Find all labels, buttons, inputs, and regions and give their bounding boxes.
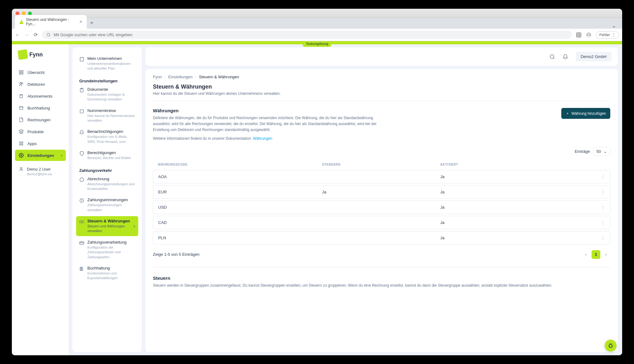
apps-icon [19, 141, 24, 146]
user-email: demo2@fynn.eu [27, 172, 62, 176]
minimize-window-btn[interactable] [22, 12, 26, 15]
svg-rect-6 [19, 70, 21, 72]
section-title-currencies: Währungen [153, 108, 390, 113]
cube-icon [19, 129, 24, 134]
nav-settings[interactable]: Einstellungen › [15, 150, 66, 161]
subnav-payment-processing[interactable]: Zahlungsverarbeitung Konfiguration der Z… [76, 237, 138, 262]
tabs-dropdown-icon[interactable]: ⌄ [609, 23, 619, 29]
url-input[interactable]: Mit Google suchen oder eine URL eingeben [42, 31, 572, 39]
subnav-title: Buchhaltung [87, 266, 135, 270]
subnav-reminders[interactable]: Zahlungserinnerungen Zahlungserinnerunge… [76, 195, 138, 215]
page-prev-icon[interactable]: ‹ [582, 250, 590, 259]
subnav-desc: Konfiguration von E-Mails, SMS, Post-Ver… [87, 134, 135, 144]
subnav-permissions[interactable]: Berechtigungen Benutzer, Rechte und Roll… [76, 148, 138, 163]
close-window-btn[interactable] [16, 12, 19, 15]
nav-invoices[interactable]: Rechnungen [15, 114, 66, 125]
cell-standard [317, 231, 435, 245]
svg-rect-14 [20, 142, 21, 143]
logo-mark [17, 49, 28, 60]
browser-tabs-bar: Steuern und Währungen - Fyn... ✕ ＋ ⌄ [12, 18, 622, 29]
bug-report-button[interactable] [605, 340, 617, 352]
svg-rect-17 [22, 144, 23, 145]
nav-back-icon[interactable]: ← [15, 32, 20, 38]
section-label: Grundeinstellungen [76, 76, 138, 85]
subnav-title: Mein Unternehmen [87, 56, 135, 61]
plus-icon: ＋ [566, 111, 569, 116]
app-logo[interactable]: Fynn [18, 50, 63, 59]
subnav-company[interactable]: Mein Unternehmen Unternehmensinformation… [76, 54, 138, 74]
row-menu-icon[interactable]: ⋮ [601, 235, 605, 240]
svg-rect-28 [80, 221, 84, 223]
svg-point-10 [20, 82, 21, 84]
tab-title: Steuern und Währungen - Fyn... [26, 17, 77, 26]
nav-debtors[interactable]: Debitoren [15, 79, 66, 90]
sidebar-primary: Fynn Übersicht Debitoren Abonnements [12, 44, 69, 355]
sidebar-secondary: Mein Unternehmen Unternehmensinformation… [72, 47, 142, 352]
user-block[interactable]: Demo 2 User demo2@fynn.eu [12, 163, 69, 179]
company-selector[interactable]: Demo2 GmbH [576, 52, 612, 61]
new-tab-button[interactable]: ＋ [87, 17, 97, 29]
subnav-notifications[interactable]: Benachrichtigungen Konfiguration von E-M… [76, 127, 138, 147]
subnav-desc: Benutzer, Rechte und Rollen [87, 156, 135, 160]
cell-code: PLN [153, 231, 317, 245]
table-row: USD Ja ⋮ [153, 201, 610, 214]
refresh-icon [79, 177, 84, 182]
page-subtitle: Hier kannst du die Steuern und Währungen… [153, 91, 610, 96]
subnav-desc: Konfiguration der Zahlungsanbieter und Z… [87, 245, 135, 260]
add-currency-button[interactable]: ＋ Währung hinzufügen [561, 108, 610, 119]
section-desc: Steuern werden in Steuergruppen zusammen… [153, 283, 610, 289]
entries-value: 50 [597, 149, 601, 154]
cell-code: AOA [153, 170, 317, 183]
subnav-documents[interactable]: Dokumente Dokumenten-Vorlagen & Generier… [76, 85, 138, 104]
nav-reload-icon[interactable]: ⟳ [34, 32, 38, 38]
svg-point-26 [80, 178, 84, 182]
row-menu-icon[interactable]: ⋮ [601, 220, 605, 225]
entries-select[interactable]: 50 ⌄ [593, 147, 610, 156]
svg-rect-30 [80, 242, 84, 244]
close-tab-icon[interactable]: ✕ [79, 20, 82, 24]
row-menu-icon[interactable]: ⋮ [601, 190, 605, 194]
clock-icon [79, 198, 84, 203]
nav-accounting[interactable]: Buchhaltung [15, 102, 66, 114]
cell-standard [317, 170, 435, 183]
col-active: AKTIVIERT [435, 161, 551, 168]
subnav-accounting[interactable]: Buchhaltung Kontenrahmen und Exporteinst… [76, 263, 138, 283]
crumb-settings[interactable]: Einstellungen [168, 75, 193, 79]
search-icon[interactable] [549, 54, 555, 60]
page-next-icon[interactable]: › [602, 250, 610, 259]
subnav-taxes-currencies[interactable]: Steuern & Währungen Steuern und Währunge… [76, 216, 138, 236]
nav-overview[interactable]: Übersicht [15, 67, 66, 78]
svg-point-29 [81, 221, 82, 222]
doc-link[interactable]: Währungen [253, 136, 272, 141]
pagination: ‹ 1 › [582, 250, 610, 259]
maximize-window-btn[interactable] [28, 12, 32, 15]
subnav-desc: Zahlungserinnerungen verwalten [87, 203, 135, 212]
error-chip[interactable]: Fehler ⋮ [596, 31, 619, 39]
chevron-right-icon: › [134, 223, 135, 229]
user-name: Demo 2 User [27, 167, 51, 172]
cell-standard [317, 216, 435, 229]
subnav-number-ranges[interactable]: Nummernkreise Hier kannst du Nummernkrei… [76, 106, 138, 126]
page-number-active[interactable]: 1 [592, 250, 600, 259]
subnav-title: Dokumente [87, 87, 135, 92]
divider [153, 267, 610, 267]
nav-apps[interactable]: Apps [15, 138, 66, 149]
crumb-root[interactable]: Fynn [153, 75, 162, 79]
doc-line: Weitere Informationen findest du in unse… [153, 136, 390, 141]
nav-products[interactable]: Produkte [15, 126, 66, 137]
main-area: Demo2 GmbH Fynn › Einstellungen › Steuer… [142, 44, 622, 355]
row-menu-icon[interactable]: ⋮ [601, 174, 605, 179]
section-desc: Definiere die Währungen, die du für Prod… [153, 115, 390, 133]
bell-icon[interactable] [563, 54, 568, 60]
profile-icon[interactable] [586, 32, 592, 38]
subnav-billing[interactable]: Abrechnung Abrechnungseinstellungen und … [76, 174, 138, 194]
content-card: Fynn › Einstellungen › Steuern & Währung… [145, 69, 618, 352]
install-app-icon[interactable] [576, 32, 582, 38]
cell-code: CAD [153, 216, 317, 229]
crumb-current: Steuern & Währungen [199, 75, 239, 79]
macos-titlebar [12, 9, 622, 18]
browser-tab-active[interactable]: Steuern und Währungen - Fyn... ✕ [15, 15, 87, 29]
bug-icon [607, 342, 614, 349]
nav-subscriptions[interactable]: Abonnements [15, 90, 66, 102]
row-menu-icon[interactable]: ⋮ [601, 205, 605, 210]
